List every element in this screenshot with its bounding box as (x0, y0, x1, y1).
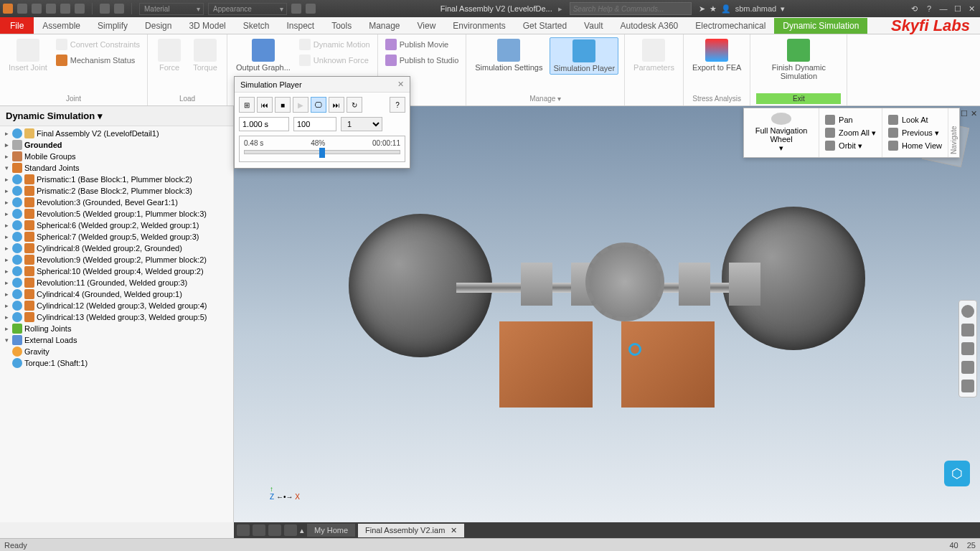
ribbon-tab-3d-model[interactable]: 3D Model (180, 18, 234, 34)
export-fea-button[interactable]: Export to FEA (689, 37, 744, 73)
output-grapher-button[interactable]: Output Graph... (233, 37, 293, 73)
ribbon-tab-vault[interactable]: Vault (575, 18, 611, 34)
pan-icon[interactable] (961, 324, 974, 336)
username-label[interactable]: sbm.ahmad (735, 4, 776, 13)
progress-track[interactable] (244, 150, 400, 154)
lookat-icon[interactable] (961, 380, 974, 392)
file-menu[interactable]: File (0, 17, 34, 34)
progress-thumb[interactable] (319, 148, 325, 158)
screen-refresh-button[interactable]: 🖵 (311, 97, 326, 113)
ribbon-tab-manage[interactable]: Manage (360, 18, 408, 34)
ribbon-tab-electromechanical[interactable]: Electromechanical (687, 18, 774, 34)
tree-joint-item[interactable]: ▸Spherical:10 (Welded group:4, Welded gr… (0, 265, 233, 277)
forward-button[interactable]: ⏭ (329, 97, 344, 113)
dynamic-motion-button[interactable]: Dynamic Motion (298, 37, 372, 52)
tree-joint-item[interactable]: ▸Spherical:7 (Welded group:5, Welded gro… (0, 231, 233, 242)
torque-button[interactable]: Torque (189, 37, 221, 73)
material-dropdown[interactable]: Material (139, 3, 204, 15)
nav-wheel-icon[interactable] (961, 305, 974, 318)
tree-joint-item[interactable]: ▸Cylindrical:12 (Welded group:3, Welded … (0, 300, 233, 311)
tab-active-document[interactable]: Final Assembly V2.iam✕ (358, 524, 464, 537)
ribbon-tab-tools[interactable]: Tools (323, 18, 360, 34)
minimize-icon[interactable]: — (938, 4, 948, 14)
appearance-dropdown[interactable]: Appearance (208, 3, 287, 15)
full-nav-wheel-button[interactable]: Full Navigation Wheel ▾ (744, 108, 819, 157)
look-at-button[interactable]: Look At (888, 113, 942, 126)
home-icon[interactable] (100, 4, 110, 14)
dialog-close-icon[interactable]: ✕ (397, 80, 404, 89)
tree-joint-item[interactable]: ▸Spherical:6 (Welded group:2, Welded gro… (0, 220, 233, 231)
tree-standard-joints[interactable]: ▾Standard Joints (0, 162, 233, 174)
speed-select[interactable]: 1 (341, 117, 382, 131)
share-badge-icon[interactable]: ⬡ (944, 461, 970, 486)
layout-hsplit-icon[interactable] (284, 524, 297, 536)
layout-vsplit-icon[interactable] (268, 524, 281, 536)
signin-arrow-icon[interactable]: ➤ (699, 4, 705, 14)
convert-constraints-button[interactable]: Convert Constraints (55, 37, 141, 52)
layout-caret-icon[interactable]: ▴ (300, 526, 304, 535)
zoom-all-button[interactable]: Zoom All ▾ (825, 126, 876, 139)
tree-root[interactable]: ▸Final Assembly V2 (LevelofDetail1) (0, 128, 233, 139)
doc-title-arrow[interactable]: ▸ (558, 4, 562, 14)
force-button[interactable]: Force (154, 37, 185, 73)
browser-header[interactable]: Dynamic Simulation ▾ (0, 106, 233, 126)
new-icon[interactable] (17, 4, 27, 14)
fx-icon[interactable] (291, 4, 301, 14)
tree-rolling-joints[interactable]: ▸Rolling Joints (0, 323, 233, 334)
viewport-3d[interactable]: — ☐ ✕ ↑ Z ←•→ X ⬡ (234, 106, 980, 522)
ribbon-tab-autodesk-a360[interactable]: Autodesk A360 (612, 18, 687, 34)
tree-joint-item[interactable]: ▸Cylindrical:13 (Welded group:3, Welded … (0, 311, 233, 323)
tree-joint-item[interactable]: ▸Cylindrical:8 (Welded group:2, Grounded… (0, 242, 233, 254)
rewind-button[interactable]: ⏮ (257, 97, 273, 113)
tree-grounded[interactable]: ▸Grounded (0, 139, 233, 151)
tree-joint-item[interactable]: ▸Revolution:3 (Grounded, Bevel Gear1:1) (0, 197, 233, 208)
tree-gravity[interactable]: Gravity (0, 346, 233, 357)
help-button[interactable]: ? (390, 97, 405, 113)
ribbon-tab-dynamic-simulation[interactable]: Dynamic Simulation (774, 18, 867, 34)
orbit-button[interactable]: Orbit ▾ (825, 139, 876, 152)
vp-maximize-icon[interactable]: ☐ (961, 109, 968, 118)
previous-view-button[interactable]: Previous ▾ (888, 126, 942, 139)
ribbon-tab-view[interactable]: View (409, 18, 445, 34)
loop-button[interactable]: ↻ (347, 97, 362, 113)
images-input[interactable] (293, 117, 336, 131)
layout-single-icon[interactable] (237, 524, 250, 536)
ribbon-tab-inspect[interactable]: Inspect (278, 18, 323, 34)
publish-movie-button[interactable]: Publish Movie (384, 37, 461, 52)
tree-joint-item[interactable]: ▸Prismatic:2 (Base Block:2, Plummer bloc… (0, 185, 233, 197)
group-label[interactable]: Manage ▾ (472, 93, 618, 104)
open-icon[interactable] (32, 4, 42, 14)
tab-close-icon[interactable]: ✕ (451, 526, 457, 535)
tree-joint-item[interactable]: ▸Prismatic:1 (Base Block:1, Plummer bloc… (0, 174, 233, 185)
user-icon[interactable]: 👤 (721, 4, 731, 14)
home-view-button[interactable]: Home View (888, 139, 942, 152)
tree-external-loads[interactable]: ▾External Loads (0, 334, 233, 346)
tree-joint-item[interactable]: ▸Revolution:5 (Welded group:1, Plummer b… (0, 208, 233, 220)
unknown-force-button[interactable]: Unknown Force (298, 53, 372, 67)
end-time-input[interactable] (239, 117, 289, 131)
zoom-icon[interactable] (961, 342, 974, 355)
redo-icon[interactable] (75, 4, 85, 14)
layout-grid-icon[interactable] (253, 524, 265, 536)
publish-studio-button[interactable]: Publish to Studio (384, 53, 461, 67)
measure-icon[interactable] (306, 4, 316, 14)
dialog-header[interactable]: Simulation Player ✕ (235, 77, 410, 93)
tree-joint-item[interactable]: ▸Cylindrical:4 (Grounded, Welded group:1… (0, 288, 233, 300)
sync-icon[interactable]: ⟲ (910, 4, 920, 14)
tree-joint-item[interactable]: ▸Revolution:9 (Welded group:2, Plummer b… (0, 254, 233, 265)
simulation-player-button[interactable]: Simulation Player (550, 37, 618, 75)
ribbon-tab-get-started[interactable]: Get Started (514, 18, 575, 34)
undo-icon[interactable] (60, 4, 70, 14)
vp-close-icon[interactable]: ✕ (971, 109, 977, 118)
tree-joint-item[interactable]: ▸Revolution:11 (Grounded, Welded group:3… (0, 277, 233, 288)
stop-button[interactable]: ■ (275, 97, 291, 113)
parameters-button[interactable]: Parameters (631, 37, 677, 73)
tree-mobile[interactable]: ▸Mobile Groups (0, 151, 233, 162)
finish-simulation-button[interactable]: Finish Dynamic Simulation (756, 37, 841, 82)
help-search-input[interactable] (570, 2, 692, 15)
pan-button[interactable]: Pan (825, 113, 876, 126)
help-icon[interactable]: ? (924, 4, 934, 14)
play-button[interactable]: ▶ (293, 97, 308, 113)
user-menu-caret-icon[interactable]: ▾ (781, 4, 785, 14)
ribbon-tab-sketch[interactable]: Sketch (235, 18, 278, 34)
